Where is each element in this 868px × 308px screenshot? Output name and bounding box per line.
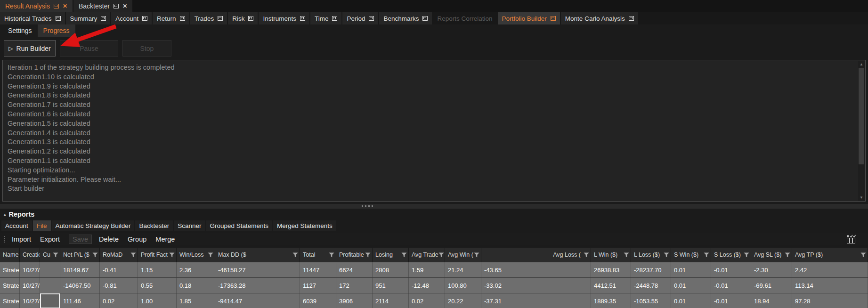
filter-icon[interactable] <box>208 252 213 258</box>
table-cell[interactable]: 1889.35 <box>591 293 631 308</box>
scroll-down-icon[interactable]: ▼ <box>858 194 865 201</box>
table-cell[interactable]: 2.42 <box>792 262 868 277</box>
merge-button[interactable]: Merge <box>155 235 175 243</box>
report-tab-benchmarks[interactable]: Benchmarks <box>379 12 432 24</box>
table-cell[interactable]: 0.02 <box>100 293 138 308</box>
table-cell[interactable]: 1.85 <box>177 293 215 308</box>
report-tab-portfolio-builder[interactable]: Portfolio Builder <box>498 12 560 24</box>
filter-icon[interactable] <box>785 252 790 258</box>
popout-icon[interactable] <box>114 4 119 8</box>
table-cell[interactable]: 18.94 <box>751 293 792 308</box>
table-cell[interactable]: 1.00 <box>138 293 177 308</box>
table-cell[interactable]: 0.02 <box>409 293 445 308</box>
table-cell[interactable]: 111.46 <box>60 293 100 308</box>
report-tab-instruments[interactable]: Instruments <box>259 12 309 24</box>
column-header-avg-loss[interactable]: Avg Loss ( <box>481 248 591 262</box>
column-header-total[interactable]: Total <box>300 248 336 262</box>
column-chooser-icon[interactable] <box>845 235 857 244</box>
column-header-win-loss[interactable]: Win/Loss <box>177 248 215 262</box>
table-cell[interactable]: 10/27/ <box>20 293 40 308</box>
table-cell[interactable]: -37.31 <box>481 293 591 308</box>
popout-icon[interactable] <box>369 16 374 21</box>
reports-tab-automatic-strategy-builder[interactable]: Automatic Strategy Builder <box>52 220 135 231</box>
table-cell[interactable]: 97.28 <box>792 293 868 308</box>
export-button[interactable]: Export <box>40 235 60 243</box>
table-cell[interactable]: 1127 <box>300 278 336 293</box>
table-cell[interactable]: -0.41 <box>100 262 138 277</box>
table-cell[interactable]: -1053.55 <box>631 293 671 308</box>
table-cell[interactable]: 113.14 <box>792 278 868 293</box>
popout-icon[interactable] <box>101 16 106 21</box>
filter-icon[interactable] <box>474 252 479 258</box>
filter-icon[interactable] <box>92 252 98 258</box>
reports-tab-backtester[interactable]: Backtester <box>135 220 173 231</box>
popout-icon[interactable] <box>300 16 305 21</box>
table-cell[interactable]: 1.15 <box>138 262 177 277</box>
table-cell[interactable]: 100.80 <box>445 278 481 293</box>
popout-icon[interactable] <box>551 16 556 21</box>
column-header-name[interactable]: Name <box>0 248 20 262</box>
table-cell[interactable]: -0.01 <box>711 278 751 293</box>
table-cell[interactable]: 0.01 <box>671 278 711 293</box>
delete-button[interactable]: Delete <box>99 235 119 243</box>
scroll-thumb[interactable] <box>859 68 864 164</box>
column-header-s-win[interactable]: S Win ($) <box>671 248 711 262</box>
toolbar-drag-handle[interactable] <box>4 235 5 243</box>
filter-icon[interactable] <box>130 252 136 258</box>
table-cell[interactable]: 1.59 <box>409 262 445 277</box>
table-cell[interactable]: -0.81 <box>100 278 138 293</box>
filter-icon[interactable] <box>53 252 58 258</box>
filter-icon[interactable] <box>744 252 749 258</box>
popout-icon[interactable] <box>56 16 61 21</box>
vertical-scrollbar[interactable]: ▲ ▼ <box>858 61 865 201</box>
popout-icon[interactable] <box>180 16 185 21</box>
column-header-losing[interactable]: Losing <box>373 248 409 262</box>
filter-icon[interactable] <box>438 252 444 258</box>
filter-icon[interactable] <box>365 252 371 258</box>
reports-tab-account[interactable]: Account <box>1 220 32 231</box>
table-cell[interactable]: 26938.83 <box>591 262 631 277</box>
column-header-avg-win[interactable]: Avg Win ( <box>445 248 481 262</box>
filter-icon[interactable] <box>664 252 669 258</box>
popout-icon[interactable] <box>218 16 223 21</box>
popout-icon[interactable] <box>422 16 428 21</box>
popout-icon[interactable] <box>629 16 634 21</box>
table-row[interactable]: Strateg10/27/18149.67-0.411.152.36-46158… <box>0 262 868 277</box>
view-tab-settings[interactable]: Settings <box>2 24 38 37</box>
table-cell[interactable]: 3906 <box>336 293 373 308</box>
reports-tab-merged-statements[interactable]: Merged Statements <box>273 220 336 231</box>
table-cell[interactable]: 6039 <box>300 293 336 308</box>
column-header-max-dd[interactable]: Max DD ($ <box>215 248 300 262</box>
table-cell[interactable]: -2.30 <box>751 262 792 277</box>
column-header-romad[interactable]: RoMaD <box>100 248 138 262</box>
table-cell[interactable]: 0.18 <box>177 278 215 293</box>
import-button[interactable]: Import <box>12 235 31 243</box>
report-tab-return[interactable]: Return <box>153 12 189 24</box>
table-cell[interactable]: 0.01 <box>671 262 711 277</box>
table-cell[interactable]: 4412.51 <box>591 278 631 293</box>
column-header-l-loss[interactable]: L Loss ($) <box>631 248 671 262</box>
document-tab-result-analysis[interactable]: Result Analysis✕ <box>0 0 73 12</box>
column-header-profit-fact[interactable]: Profit Fact <box>138 248 177 262</box>
reports-tab-file[interactable]: File <box>33 220 51 231</box>
popout-icon[interactable] <box>332 16 337 21</box>
reports-tab-grouped-statements[interactable]: Grouped Statements <box>206 220 272 231</box>
table-cell[interactable]: 10/27/ <box>20 278 40 293</box>
table-cell[interactable]: 10/27/ <box>20 262 40 277</box>
table-cell[interactable]: 0.01 <box>671 293 711 308</box>
report-tab-trades[interactable]: Trades <box>190 12 227 24</box>
table-cell[interactable]: 2.36 <box>177 262 215 277</box>
table-cell[interactable] <box>40 262 60 277</box>
popout-icon[interactable] <box>142 16 147 21</box>
column-header-creatic[interactable]: Creatic <box>20 248 40 262</box>
column-header-profitable[interactable]: Profitable <box>336 248 373 262</box>
report-tab-time[interactable]: Time <box>310 12 342 24</box>
table-cell[interactable]: -28237.70 <box>631 262 671 277</box>
table-row[interactable]: Strateg10/27/-14067.50-0.810.550.18-1736… <box>0 277 868 293</box>
table-cell[interactable]: -17363.28 <box>215 278 300 293</box>
filter-icon[interactable] <box>401 252 407 258</box>
filter-icon[interactable] <box>860 252 866 258</box>
table-cell[interactable] <box>40 278 60 293</box>
table-cell[interactable]: Strateg <box>0 262 20 277</box>
column-header-net-p-l[interactable]: Net P/L ($ <box>60 248 100 262</box>
